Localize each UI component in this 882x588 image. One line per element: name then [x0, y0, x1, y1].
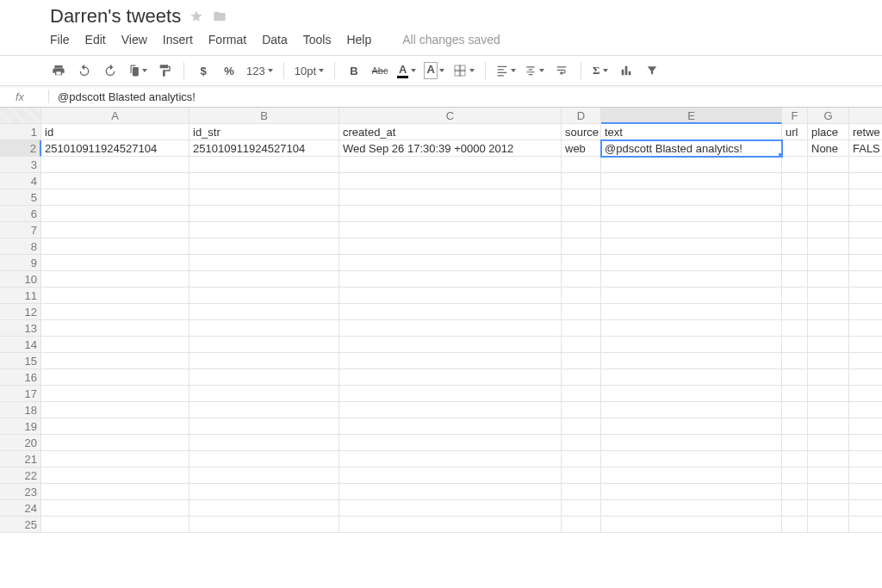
cell-A18[interactable] [41, 402, 189, 418]
cell-E8[interactable] [601, 238, 782, 255]
cell-H21[interactable] [849, 451, 882, 467]
cell-B4[interactable] [189, 173, 339, 189]
cell-G10[interactable] [808, 271, 849, 288]
align-button[interactable] [496, 61, 516, 80]
cell-C18[interactable] [339, 402, 562, 418]
cell-A8[interactable] [41, 238, 189, 255]
cell-H12[interactable] [849, 304, 882, 320]
row-header-8[interactable]: 8 [0, 238, 41, 255]
row-header-14[interactable]: 14 [0, 337, 41, 353]
chart-icon[interactable] [618, 61, 635, 80]
cell-E5[interactable] [601, 189, 782, 206]
cell-B20[interactable] [189, 435, 339, 451]
cell-G17[interactable] [808, 386, 849, 402]
cell-E19[interactable] [601, 418, 782, 435]
cell-C10[interactable] [339, 271, 562, 288]
cell-G22[interactable] [808, 467, 849, 484]
cell-C23[interactable] [339, 484, 562, 500]
row-header-12[interactable]: 12 [0, 304, 41, 320]
cell-F23[interactable] [782, 484, 808, 500]
cell-C4[interactable] [339, 173, 562, 189]
cell-E15[interactable] [601, 353, 782, 369]
cell-B24[interactable] [189, 500, 339, 517]
cell-G6[interactable] [808, 206, 849, 222]
cell-D5[interactable] [562, 189, 601, 206]
strike-button[interactable]: Abc [371, 61, 388, 80]
cell-H19[interactable] [849, 418, 882, 435]
menu-format[interactable]: Format [208, 33, 246, 46]
cell-C14[interactable] [339, 337, 562, 353]
row-header-25[interactable]: 25 [0, 517, 41, 533]
cell-C5[interactable] [339, 189, 562, 206]
menu-tools[interactable]: Tools [303, 33, 332, 46]
menu-file[interactable]: File [50, 33, 70, 46]
cell-F15[interactable] [782, 353, 808, 369]
clipboard-icon[interactable] [127, 61, 147, 80]
cell-A14[interactable] [41, 337, 189, 353]
text-color-button[interactable]: A [397, 61, 416, 80]
row-header-21[interactable]: 21 [0, 451, 41, 467]
col-header-E[interactable]: E [601, 108, 782, 124]
cell-H24[interactable] [849, 500, 882, 517]
cell-A9[interactable] [41, 255, 189, 271]
cell-D6[interactable] [562, 206, 601, 222]
cell-C11[interactable] [339, 288, 562, 304]
cell-E16[interactable] [601, 369, 782, 386]
cell-E13[interactable] [601, 320, 782, 337]
cell-E22[interactable] [601, 467, 782, 484]
row-header-13[interactable]: 13 [0, 320, 41, 337]
cell-F20[interactable] [782, 435, 808, 451]
cell-H10[interactable] [849, 271, 882, 288]
cell-F18[interactable] [782, 402, 808, 418]
cell-H25[interactable] [849, 517, 882, 533]
cell-F19[interactable] [782, 418, 808, 435]
cell-A23[interactable] [41, 484, 189, 500]
cell-C21[interactable] [339, 451, 562, 467]
cell-F2[interactable] [782, 140, 808, 157]
cell-F16[interactable] [782, 369, 808, 386]
cell-F14[interactable] [782, 337, 808, 353]
row-header-24[interactable]: 24 [0, 500, 41, 517]
cell-A22[interactable] [41, 467, 189, 484]
cell-H22[interactable] [849, 467, 882, 484]
row-header-2[interactable]: 2 [0, 140, 41, 157]
row-header-4[interactable]: 4 [0, 173, 41, 189]
cell-G14[interactable] [808, 337, 849, 353]
cell-H6[interactable] [849, 206, 882, 222]
cell-B7[interactable] [189, 222, 339, 238]
cell-A20[interactable] [41, 435, 189, 451]
row-header-1[interactable]: 1 [0, 124, 41, 140]
cell-C9[interactable] [339, 255, 562, 271]
cell-C13[interactable] [339, 320, 562, 337]
cell-B17[interactable] [189, 386, 339, 402]
col-header-D[interactable]: D [562, 108, 601, 124]
cell-D22[interactable] [562, 467, 601, 484]
currency-button[interactable]: $ [195, 61, 212, 80]
cell-B9[interactable] [189, 255, 339, 271]
cell-E9[interactable] [601, 255, 782, 271]
cell-F7[interactable] [782, 222, 808, 238]
cell-D18[interactable] [562, 402, 601, 418]
cell-H9[interactable] [849, 255, 882, 271]
cell-E1[interactable]: text [601, 124, 782, 140]
cell-H15[interactable] [849, 353, 882, 369]
cell-C20[interactable] [339, 435, 562, 451]
cell-B23[interactable] [189, 484, 339, 500]
cell-D17[interactable] [562, 386, 601, 402]
percent-button[interactable]: % [220, 61, 238, 80]
row-header-19[interactable]: 19 [0, 418, 41, 435]
cell-A16[interactable] [41, 369, 189, 386]
cell-B2[interactable]: 251010911924527104 [189, 140, 339, 157]
functions-button[interactable]: Σ [592, 61, 609, 80]
cell-A7[interactable] [41, 222, 189, 238]
cell-C17[interactable] [339, 386, 562, 402]
cell-C12[interactable] [339, 304, 562, 320]
cell-G2[interactable]: None [808, 140, 849, 157]
cell-A17[interactable] [41, 386, 189, 402]
cell-D4[interactable] [562, 173, 601, 189]
col-header-B[interactable]: B [189, 108, 339, 124]
cell-D13[interactable] [562, 320, 601, 337]
cell-F8[interactable] [782, 238, 808, 255]
cell-B25[interactable] [189, 517, 339, 533]
cell-H8[interactable] [849, 238, 882, 255]
